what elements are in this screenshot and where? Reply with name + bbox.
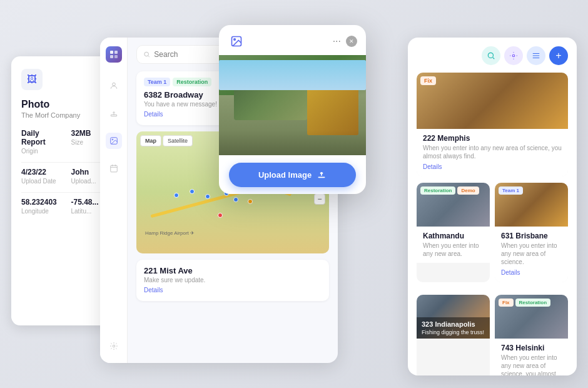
daily-report-value: Daily Report [21, 129, 61, 146]
svg-point-9 [113, 345, 115, 347]
map-pin-yellow[interactable] [248, 199, 253, 204]
map-tab-satellite[interactable]: Satellite [163, 135, 193, 146]
svg-point-17 [234, 39, 236, 41]
origin-label: Origin [21, 148, 61, 155]
bottom-cards-row: Fix Updates 323 IndianapolisFishing digg… [417, 295, 568, 375]
middle-sidebar [100, 38, 128, 363]
tag-restoration-hel: Restoration [515, 299, 550, 307]
mist-ave-title: 221 Mist Ave [144, 266, 322, 275]
svg-rect-8 [110, 165, 117, 172]
helsinki-desc: When you enter into any new area of scie… [501, 354, 562, 375]
svg-point-10 [144, 52, 149, 56]
brisbane-desc: When you enter into any new area of scie… [501, 242, 562, 266]
upload-date-label: Upload Date [21, 178, 61, 185]
helsinki-tags: Fix Restoration [499, 299, 550, 307]
memphis-details-link[interactable]: Details [423, 163, 442, 170]
brisbane-tags: Team 1 [499, 186, 523, 195]
memphis-desc: When you enter into any new area of scie… [423, 144, 562, 160]
sidebar-image-icon[interactable] [106, 133, 122, 149]
memphis-info: 222 Memphis When you enter into any new … [417, 129, 568, 176]
kathmandu-info: Kathmandu When you enter into any new ar… [417, 227, 490, 263]
mist-ave-details-link[interactable]: Details [144, 287, 163, 294]
mid-cards-row: Restoration Demo Kathmandu When you ente… [417, 183, 568, 288]
map-tab-map[interactable]: Map [140, 135, 161, 146]
sidebar-user-icon[interactable] [106, 78, 122, 94]
tag-fix-hel: Fix [499, 299, 514, 307]
map-zoom-out[interactable]: − [314, 193, 325, 205]
broadway-details-link[interactable]: Details [144, 111, 163, 118]
upload-image-button[interactable]: Upload Image [229, 163, 356, 187]
helsinki-title: 743 Helsinki [501, 344, 562, 352]
svg-point-4 [112, 83, 115, 86]
modal-header: ··· ✕ [219, 25, 366, 55]
modal-menu-button[interactable]: ··· [333, 36, 341, 47]
kathmandu-tags: Restoration Demo [420, 186, 479, 195]
brisbane-details-link[interactable]: Details [501, 269, 520, 276]
indianapolis-img: 323 IndianapolisFishing digging the trus… [417, 295, 490, 339]
mist-ave-desc: Make sure we update. [144, 277, 322, 283]
right-panel: + Fix 222 Memphis When you enter into an… [408, 38, 577, 375]
modal-footer: Upload Image [219, 155, 366, 194]
svg-point-12 [512, 54, 515, 57]
modal-img-overlay [219, 130, 366, 155]
map-pin-red[interactable] [218, 213, 223, 218]
upload-arrow-icon [317, 169, 327, 181]
tag-restoration-kath: Restoration [420, 186, 455, 195]
brisbane-title: 631 Brisbane [501, 232, 562, 240]
tag-team1: Team 1 [144, 78, 170, 86]
map-tabs: Map Satellite [140, 135, 193, 146]
modal-image [219, 55, 366, 155]
memphis-title: 222 Memphis [423, 134, 562, 143]
upload-button-label: Upload Image [258, 170, 312, 180]
tag-demo-kath: Demo [457, 186, 479, 195]
brisbane-card: Team 1 631 Brisbane When you enter into … [495, 183, 568, 282]
svg-point-7 [112, 139, 113, 140]
avatar-purple[interactable] [504, 46, 523, 65]
tag-restoration: Restoration [173, 78, 211, 86]
svg-rect-2 [110, 55, 113, 58]
longitude-value: 58.232403 [21, 198, 61, 207]
kathmandu-card: Restoration Demo Kathmandu When you ente… [417, 183, 490, 282]
tag-team1-bris: Team 1 [499, 186, 523, 195]
memphis-tags: Fix [420, 76, 436, 85]
add-button[interactable]: + [549, 46, 568, 65]
kathmandu-desc: When you enter into any new area. [423, 242, 484, 258]
longitude-label: Longitude [21, 208, 61, 215]
sidebar-settings-icon[interactable] [106, 338, 122, 354]
indianapolis-overlay-text: 323 IndianapolisFishing digging the trus… [417, 317, 490, 339]
modal-image-icon [228, 33, 245, 50]
modal-close-button[interactable]: ✕ [346, 36, 357, 47]
svg-rect-5 [111, 115, 116, 116]
map-pin-1[interactable] [174, 193, 179, 198]
mist-ave-card: 221 Mist Ave Make sure we update. Detail… [136, 260, 329, 301]
upload-date-value: 4/23/22 [21, 168, 61, 176]
svg-rect-1 [114, 51, 118, 54]
helsinki-info: 743 Helsinki When you enter into any new… [495, 339, 568, 375]
map-pin-2[interactable] [190, 189, 195, 194]
svg-rect-3 [114, 55, 118, 58]
map-pin-3[interactable] [205, 194, 210, 199]
right-header: + [417, 46, 568, 65]
sidebar-upload-icon[interactable] [106, 105, 122, 121]
kathmandu-title: Kathmandu [423, 232, 484, 240]
tag-fix-memphis: Fix [420, 76, 436, 85]
memphis-img [417, 73, 568, 129]
avatar-blue[interactable] [527, 46, 545, 65]
left-panel-title: Photo [21, 99, 111, 110]
map-pin-5[interactable] [233, 197, 238, 202]
svg-rect-0 [110, 51, 113, 54]
app-logo[interactable] [106, 46, 122, 63]
sidebar-calendar-icon[interactable] [106, 160, 122, 176]
airport-label: Hamp Ridge Airport ✈ [145, 230, 195, 236]
photo-icon: 🖼 [21, 69, 43, 90]
indianapolis-card: Fix Updates 323 IndianapolisFishing digg… [417, 295, 490, 375]
brisbane-info: 631 Brisbane When you enter into any new… [495, 227, 568, 282]
helsinki-card: Fix Restoration 743 Helsinki When you en… [495, 295, 568, 375]
avatar-teal[interactable] [482, 46, 500, 65]
memphis-card: Fix 222 Memphis When you enter into any … [417, 73, 568, 176]
left-panel-subtitle: The Morf Company [21, 111, 111, 119]
upload-modal: ··· ✕ Upload Image [219, 25, 366, 194]
svg-point-11 [488, 53, 493, 58]
